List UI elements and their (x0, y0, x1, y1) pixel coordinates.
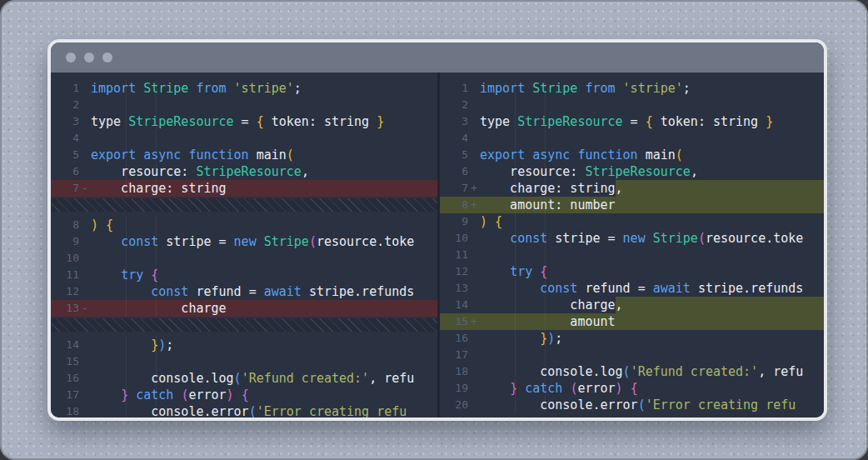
diff-container: 1import Stripe from 'stripe';23type Stri… (51, 72, 824, 418)
diff-marker (468, 330, 480, 347)
window-control-dot-1[interactable] (66, 52, 76, 62)
code-token: charge (91, 300, 227, 317)
code-row: 9) { (440, 213, 824, 230)
code-row: 14 }); (51, 337, 437, 353)
code-line: try { (91, 267, 437, 283)
code-line: }); (480, 330, 824, 347)
code-token (143, 267, 151, 283)
code-token (616, 80, 623, 97)
diff-marker (468, 130, 480, 147)
code-token: , (616, 298, 623, 312)
diff-marker (79, 267, 91, 283)
code-line: } catch (error) { (480, 380, 824, 397)
code-line: amount: number (480, 197, 824, 213)
code-row: 12 try { (440, 263, 824, 280)
line-number: 12 (51, 283, 79, 300)
diff-pane-old[interactable]: 1import Stripe from 'stripe';23type Stri… (51, 72, 437, 418)
diff-marker (468, 113, 480, 130)
line-number: 4 (440, 130, 468, 147)
code-row: 10 const stripe = new Stripe(resource.to… (440, 230, 824, 247)
line-number: 4 (51, 130, 79, 147)
code-token: const (510, 230, 547, 247)
code-line: const stripe = new Stripe(resource.toke (91, 233, 437, 250)
window-control-dot-3[interactable] (102, 52, 112, 62)
code-token: { (151, 267, 158, 283)
screenshot-card: 1import Stripe from 'stripe';23type Stri… (0, 0, 868, 460)
code-token: Stripe (143, 80, 188, 97)
code-token: StripeResource (128, 113, 233, 130)
code-line: const stripe = new Stripe(resource.toke (480, 230, 824, 247)
code-line (91, 130, 437, 147)
window-control-dot-2[interactable] (84, 52, 94, 62)
code-token: { (242, 387, 249, 403)
code-token: , refu (369, 370, 414, 387)
diff-marker (79, 163, 91, 180)
code-token: , (691, 163, 698, 180)
diff-marker (468, 397, 480, 413)
code-token: ; (683, 80, 691, 97)
added-marker: + (468, 313, 480, 330)
code-token: refund = (188, 283, 263, 300)
code-line: const refund = await stripe.refunds (91, 283, 437, 300)
code-row: 5export async function main( (51, 147, 437, 163)
diff-marker (79, 80, 91, 97)
code-token: ( (698, 230, 706, 247)
code-token: 'stripe' (623, 80, 683, 97)
code-line: export async function main( (91, 147, 437, 163)
code-token: 'Refund created:' (631, 363, 759, 380)
code-token: } (377, 113, 384, 130)
line-number: 6 (51, 163, 79, 180)
code-token: await (653, 280, 691, 297)
line-number: 12 (440, 263, 468, 280)
line-number: 3 (51, 113, 79, 130)
code-token: , (302, 163, 309, 180)
code-token (257, 233, 264, 250)
code-token: from (585, 80, 615, 97)
code-token: stripe = (158, 233, 233, 250)
diff-marker (79, 113, 91, 130)
code-token: export async function (91, 147, 257, 163)
code-row: 17 } catch (error) { (51, 387, 437, 403)
removed-code-row: 13- charge (51, 300, 437, 317)
line-number: 8 (440, 197, 468, 213)
line-number: 10 (51, 250, 79, 267)
code-token: ( (623, 363, 631, 380)
code-row: 2 (440, 97, 824, 113)
code-token: charge: string (480, 180, 616, 197)
code-line: console.error('Error creating refu (91, 403, 437, 418)
code-token: ) (158, 337, 166, 353)
code-token: StripeResource (585, 163, 690, 180)
diff-marker (79, 147, 91, 163)
diff-filler-row (51, 317, 437, 337)
code-token: export async function (480, 147, 646, 163)
code-token (532, 263, 540, 280)
code-token (91, 267, 121, 283)
code-line (91, 97, 437, 113)
added-code-row: 15+ amount (440, 313, 824, 330)
window-titlebar (51, 42, 824, 72)
added-marker: + (468, 197, 480, 213)
code-token: charge (480, 297, 616, 313)
code-token: = (623, 113, 646, 130)
diff-pane-new[interactable]: 1import Stripe from 'stripe';23type Stri… (437, 72, 824, 418)
code-token: try (510, 263, 532, 280)
code-token: StripeResource (196, 163, 301, 180)
diff-marker (79, 130, 91, 147)
line-number: 7 (51, 180, 79, 197)
code-row: 8) { (51, 217, 437, 233)
code-token: ( (249, 403, 257, 418)
line-number: 9 (440, 213, 468, 230)
line-number: 8 (51, 217, 79, 233)
code-token: , (616, 181, 623, 196)
diff-marker (468, 263, 480, 280)
line-number: 19 (440, 380, 468, 397)
code-line: import Stripe from 'stripe'; (480, 80, 824, 97)
line-number: 2 (440, 97, 468, 113)
code-row: 19 } catch (error) { (440, 380, 824, 397)
code-token: { (631, 380, 638, 397)
code-row: 4 (440, 130, 824, 147)
code-token: ( (570, 380, 577, 397)
added-code-row: 7+ charge: string, (440, 180, 824, 197)
code-row: 18 console.log('Refund created:', refu (440, 363, 824, 380)
code-row: 10 (51, 250, 437, 267)
